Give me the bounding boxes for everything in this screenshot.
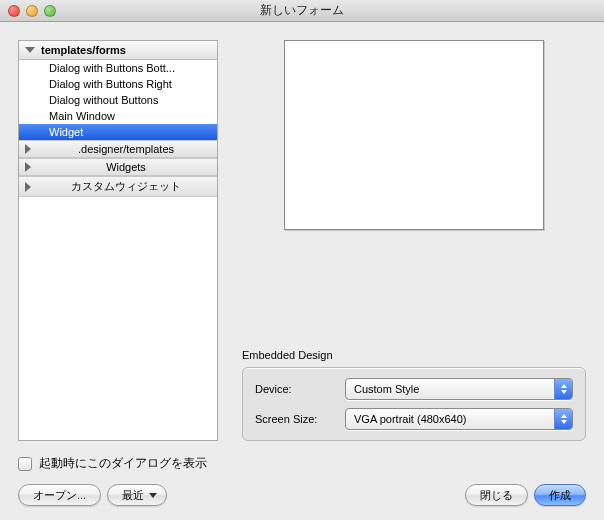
device-label: Device: — [255, 383, 337, 395]
popup-arrows-icon — [554, 379, 572, 399]
right-column: Embedded Design Device: Custom Style Scr… — [242, 40, 586, 441]
embedded-design-label: Embedded Design — [242, 349, 586, 361]
device-select[interactable]: Custom Style — [345, 378, 573, 400]
tree-sub-label: Widgets — [106, 161, 146, 173]
device-row: Device: Custom Style — [255, 378, 573, 400]
tree-header-widgets[interactable]: Widgets — [19, 158, 217, 176]
close-button[interactable]: 閉じる — [465, 484, 528, 506]
close-window-icon[interactable] — [8, 5, 20, 17]
zoom-window-icon[interactable] — [44, 5, 56, 17]
screen-size-label: Screen Size: — [255, 413, 337, 425]
right-buttons: 閉じる 作成 — [465, 484, 586, 506]
tree-header-designer-templates[interactable]: .designer/templates — [19, 140, 217, 158]
window-title: 新しいフォーム — [260, 2, 344, 19]
tree-item-dialog-without-buttons[interactable]: Dialog without Buttons — [19, 92, 217, 108]
popup-arrows-icon — [554, 409, 572, 429]
form-preview — [284, 40, 544, 230]
create-button[interactable]: 作成 — [534, 484, 586, 506]
chevron-down-icon — [25, 47, 35, 53]
spacer — [242, 230, 586, 337]
dialog-body: templates/forms Dialog with Buttons Bott… — [0, 22, 604, 520]
tree-sub-label: カスタムウィジェット — [71, 180, 181, 192]
show-on-startup-checkbox[interactable] — [18, 457, 32, 471]
recent-button[interactable]: 最近 — [107, 484, 167, 506]
chevron-right-icon — [25, 182, 31, 192]
screen-size-row: Screen Size: VGA portrait (480x640) — [255, 408, 573, 430]
tree-header-custom-widgets[interactable]: カスタムウィジェット — [19, 176, 217, 197]
titlebar: 新しいフォーム — [0, 0, 604, 22]
tree-item-dialog-buttons-bottom[interactable]: Dialog with Buttons Bott... — [19, 60, 217, 76]
tree-sub-label: .designer/templates — [78, 143, 174, 155]
chevron-right-icon — [25, 162, 31, 172]
tree-item-main-window[interactable]: Main Window — [19, 108, 217, 124]
button-bar: オープン... 最近 閉じる 作成 — [18, 484, 586, 506]
embedded-design-group: Embedded Design Device: Custom Style Scr… — [242, 349, 586, 441]
screen-size-value: VGA portrait (480x640) — [354, 413, 467, 425]
top-area: templates/forms Dialog with Buttons Bott… — [18, 40, 586, 441]
show-on-startup-label: 起動時にこのダイアログを表示 — [39, 455, 207, 472]
tree-header-label: templates/forms — [41, 44, 126, 56]
window-controls — [8, 5, 56, 17]
tree-item-widget[interactable]: Widget — [19, 124, 217, 140]
device-value: Custom Style — [354, 383, 419, 395]
template-tree[interactable]: templates/forms Dialog with Buttons Bott… — [18, 40, 218, 441]
tree-item-dialog-buttons-right[interactable]: Dialog with Buttons Right — [19, 76, 217, 92]
left-buttons: オープン... 最近 — [18, 484, 167, 506]
embedded-design-box: Device: Custom Style Screen Size: VGA po… — [242, 367, 586, 441]
tree-header-forms[interactable]: templates/forms — [19, 41, 217, 60]
screen-size-select[interactable]: VGA portrait (480x640) — [345, 408, 573, 430]
chevron-right-icon — [25, 144, 31, 154]
minimize-window-icon[interactable] — [26, 5, 38, 17]
open-button[interactable]: オープン... — [18, 484, 101, 506]
show-on-startup-row: 起動時にこのダイアログを表示 — [18, 455, 586, 472]
